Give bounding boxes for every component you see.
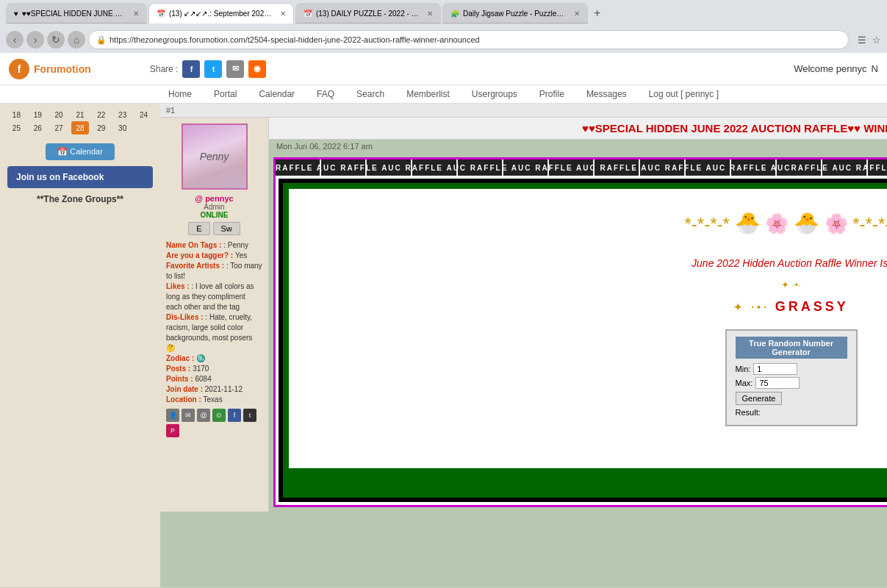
winner-name-text: GRASSY [775,299,849,314]
cal-26[interactable]: 26 [29,121,46,135]
rng-min-input[interactable] [753,363,797,375]
forumotion-logo[interactable]: f Forumotion [9,59,91,79]
welcome-text: Welcome pennyc [794,63,866,74]
raffle-inner: *-*-*-* 🐣 🌸 🐣 🌸 *-*-*-* June 2022 Hidden… [279,179,887,502]
reader-icon[interactable]: ☰ [858,35,866,46]
cal-24[interactable]: 24 [134,108,152,121]
user-status: ONLINE [166,211,262,219]
nav-messages[interactable]: Messages [586,89,627,99]
raffle-winner-label: June 2022 Hidden Auction Raffle Winner I… [304,257,887,269]
cal-23[interactable]: 23 [114,108,132,121]
tape-text-2: RAFFLE AUC RAFFLE AUC RAFFLE AUC RAFFLE … [791,164,887,172]
rng-dots-left: ✦ ∙•∙ [733,301,775,313]
cal-empty [134,121,152,135]
post-title: ♥♥SPECIAL HIDDEN JUNE 2022 AUCTION RAFFL… [276,122,887,135]
cal-29[interactable]: 29 [93,121,110,135]
user-icon-twitter[interactable]: t [243,409,256,422]
nav-usergroups[interactable]: Usergroups [472,89,517,99]
share-rss-button[interactable]: ◉ [248,60,266,78]
calendar-button[interactable]: 📅 Calendar [46,143,115,160]
points-label: Points : [166,375,195,383]
address-bar[interactable]: 🔒 https://thezonegroups.forumotion.com/t… [88,30,849,49]
zone-groups-label: **The Zone Groups** [0,194,160,204]
rng-generate-button[interactable]: Generate [736,392,783,405]
user-icon-email[interactable]: @ [197,409,210,422]
welcome-n: N [872,63,878,74]
location-value: Texas [204,395,223,404]
rng-result-label: Result: [736,408,761,417]
user-icon-facebook[interactable]: f [228,409,241,422]
user-role: Admin [166,203,262,211]
user-panel: Penny @ pennyc Admin ONLINE E Sw Name On… [160,118,269,512]
tab-label-3: (13) DAILY PUZZLE - 2022 - Pag... [316,10,419,18]
logo-text: Forumotion [34,63,91,75]
new-tab-button[interactable]: + [589,7,605,20]
nav-logout[interactable]: Log out [ pennyc ] [649,89,719,99]
nav-profile[interactable]: Profile [539,89,564,99]
tab-close-3[interactable]: ✕ [427,10,433,18]
user-btn-e[interactable]: E [188,222,209,235]
avatar-image: Penny [183,124,246,189]
cal-19[interactable]: 19 [29,108,46,121]
username[interactable]: @ pennyc [166,194,262,203]
user-icon-profile[interactable]: 👤 [166,409,179,422]
rng-title: True Random Number Generator [736,337,847,359]
raffle-decoration: *-*-*-* 🐣 🌸 🐣 🌸 *-*-*-* [304,211,887,235]
cal-27[interactable]: 27 [50,121,68,135]
tagger-label: Are you a tagger? : [166,251,235,259]
tab-label-2: (13) ↙↗↙↗.: September 2022 ... [169,10,272,18]
nav-search[interactable]: Search [356,89,384,99]
address-lock-icon: 🔒 [96,35,107,45]
share-email-button[interactable]: ✉ [226,60,244,78]
dislikes-label: Dis-Likes : [166,313,205,321]
tab-close-2[interactable]: ✕ [280,10,286,18]
user-icon-pinterest[interactable]: P [166,424,179,437]
rng-box: True Random Number Generator Min: Max: G… [725,329,858,426]
rng-min-label: Min: [736,365,751,373]
cal-20[interactable]: 20 [50,108,68,121]
address-text: https://thezonegroups.forumotion.com/t25… [109,35,480,44]
browser-tab-1[interactable]: ♥ ♥♥SPECIAL HIDDEN JUNE 2... ✕ [6,3,147,24]
user-btn-sw[interactable]: Sw [213,222,240,235]
bookmark-icon[interactable]: ☆ [872,35,881,46]
share-facebook-button[interactable]: f [182,60,200,78]
back-button[interactable]: ‹ [6,31,24,49]
user-icon-web[interactable]: ⊙ [212,409,226,422]
cal-18[interactable]: 18 [7,108,25,121]
raffle-white-box: *-*-*-* 🐣 🌸 🐣 🌸 *-*-*-* June 2022 Hidden… [289,189,887,468]
posts-value: 3170 [193,365,209,373]
cal-28[interactable]: 28 [71,121,89,135]
avatar: Penny [182,123,248,190]
tab-close-4[interactable]: ✕ [574,10,580,18]
tab-close-1[interactable]: ✕ [133,10,139,18]
nav-calendar[interactable]: Calendar [259,89,295,99]
cal-30[interactable]: 30 [114,121,132,135]
tape-text: RAFFLE AUC RAFFLE AUC RAFFLE AUC RAFFLE … [276,164,791,172]
join-facebook-button[interactable]: Join us on Facebook [7,166,153,188]
raffle-tape: RAFFLE AUC RAFFLE AUC RAFFLE AUC RAFFLE … [276,159,887,176]
browser-tab-2[interactable]: 📅 (13) ↙↗↙↗.: September 2022 ... ✕ [148,3,294,24]
location-label: Location : [166,395,204,404]
post-datetime: Mon Jun 06, 2022 6:17 am [269,140,887,153]
home-button[interactable]: ⌂ [68,31,85,49]
share-label: Share : [150,64,179,74]
nav-portal[interactable]: Portal [214,89,237,99]
nav-home[interactable]: Home [168,89,192,99]
user-icon-pm[interactable]: ✉ [182,409,195,422]
cal-21[interactable]: 21 [71,108,89,121]
forum-navigation: Home Portal Calendar FAQ Search Memberli… [0,85,887,103]
share-twitter-button[interactable]: t [204,60,222,78]
cal-22[interactable]: 22 [93,108,110,121]
forward-button[interactable]: › [26,31,44,49]
nav-faq[interactable]: FAQ [317,89,334,99]
cal-25[interactable]: 25 [7,121,25,135]
reload-button[interactable]: ↻ [47,31,65,49]
browser-tab-4[interactable]: 🧩 Daily Jigsaw Puzzle - Puzzle of t... ✕ [442,3,588,24]
rng-max-input[interactable] [755,377,800,389]
browser-tab-3[interactable]: 📅 (13) DAILY PUZZLE - 2022 - Pag... ✕ [295,3,441,24]
likes-label: Likes : [166,282,191,290]
name-on-tags-label: Name On Tags : [166,241,223,249]
nav-memberlist[interactable]: Memberlist [406,89,450,99]
post-number: #1 [160,104,887,118]
artists-label: Favorite Artists : [166,262,226,270]
